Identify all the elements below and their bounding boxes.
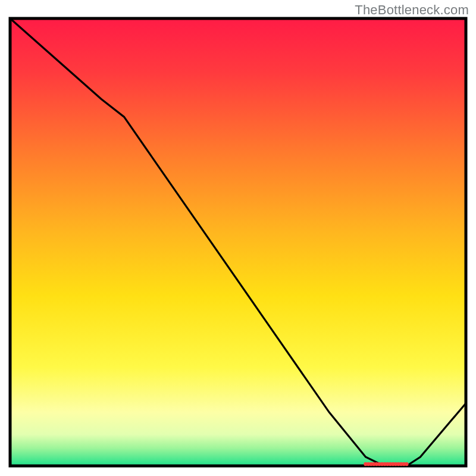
chart-background [10,18,466,466]
zero-marker [364,462,408,466]
watermark-text: TheBottleneck.com [355,2,469,18]
chart-svg [8,17,468,468]
svg-point-15 [405,462,408,466]
chart-area [8,17,468,468]
